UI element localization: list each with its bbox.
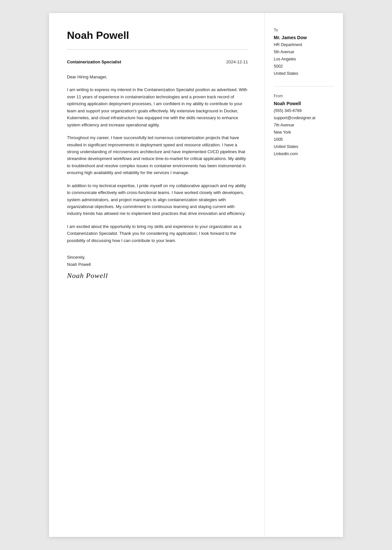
sidebar-divider — [274, 86, 334, 87]
sender-zip: 1005 — [274, 136, 334, 143]
sender-street: 7th Avenue — [274, 122, 334, 129]
page-container: Noah Powell Containerization Specialist … — [49, 13, 343, 537]
letter-paragraph-3: In addition to my technical expertise, I… — [67, 182, 248, 217]
sender-city: New York — [274, 129, 334, 136]
sender-phone: (555) 345-6789 — [274, 107, 334, 115]
sender-label: From — [274, 94, 334, 98]
header-divider — [67, 49, 248, 50]
recipient-street: 5th Avenue — [274, 49, 334, 56]
letter-salutation: Dear Hiring Manager, — [67, 73, 248, 80]
letter-paragraph-1: I am writing to express my interest in t… — [67, 86, 248, 128]
sender-name: Noah Powell — [274, 101, 334, 106]
recipient-country: United States — [274, 70, 334, 77]
letter-paragraph-4: I am excited about the opportunity to br… — [67, 223, 248, 244]
job-title: Containerization Specialist — [67, 59, 121, 64]
recipient-section: To Mr. James Dow HR Department 5th Avenu… — [274, 28, 334, 77]
sender-email: support@cvdesigner.ai — [274, 115, 334, 122]
signature-cursive: Noah Powell — [67, 271, 248, 280]
recipient-department: HR Department — [274, 41, 334, 49]
signature-block: Sincerely, Noah Powell Noah Powell — [67, 254, 248, 280]
left-column: Noah Powell Containerization Specialist … — [49, 13, 265, 537]
letter-paragraph-2: Throughout my career, I have successfull… — [67, 134, 248, 176]
right-column: To Mr. James Dow HR Department 5th Avenu… — [265, 13, 343, 537]
recipient-name: Mr. James Dow — [274, 35, 334, 40]
recipient-city: Los Angeles — [274, 56, 334, 63]
recipient-info: HR Department 5th Avenue Los Angeles 500… — [274, 41, 334, 77]
sender-info: (555) 345-6789 support@cvdesigner.ai 7th… — [274, 107, 334, 157]
sender-country: United States — [274, 143, 334, 151]
sender-website: Linkedin.com — [274, 151, 334, 158]
letter-meta: Containerization Specialist 2024-12-11 — [67, 59, 248, 64]
applicant-name: Noah Powell — [67, 29, 248, 41]
letter-body: Dear Hiring Manager, I am writing to exp… — [67, 73, 248, 244]
letter-date: 2024-12-11 — [226, 59, 248, 64]
signature-closing: Sincerely, Noah Powell — [67, 254, 248, 268]
sender-section: From Noah Powell (555) 345-6789 support@… — [274, 94, 334, 157]
recipient-label: To — [274, 28, 334, 32]
recipient-zip: 5002 — [274, 63, 334, 70]
